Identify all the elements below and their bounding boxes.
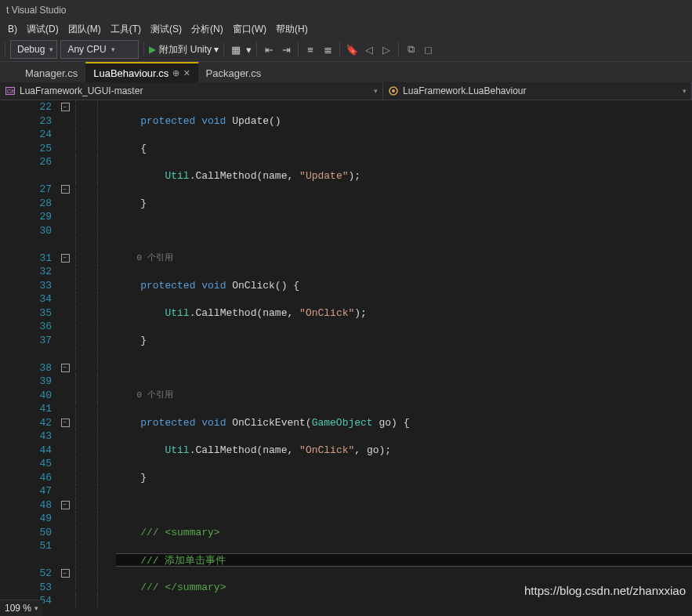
fold-toggle[interactable]: − <box>61 254 70 263</box>
tab-luabehaviour[interactable]: LuaBehaviour.cs ⊕ × <box>85 62 197 82</box>
class-icon <box>388 85 399 96</box>
tab-manager[interactable]: Manager.cs <box>17 63 85 82</box>
codelens[interactable]: 1 个引用 <box>116 608 692 611</box>
toolbar-separator <box>398 42 399 56</box>
fold-toggle[interactable]: − <box>61 419 70 427</box>
codelens[interactable]: 0 个引用 <box>116 252 692 266</box>
play-icon[interactable]: ▶ <box>149 44 156 55</box>
new-item-icon[interactable]: ▦ <box>229 42 243 56</box>
indent-right-icon[interactable]: ⇥ <box>279 42 293 56</box>
tab-packager[interactable]: Packager.cs <box>198 63 270 82</box>
toolbar-separator <box>256 42 257 56</box>
prev-bookmark-icon[interactable]: ◁ <box>362 42 376 56</box>
csproj-icon: C# <box>5 85 16 96</box>
zoom-level[interactable]: 109 % <box>5 603 31 614</box>
chevron-down-icon: ▾ <box>111 45 115 53</box>
fold-toggle[interactable]: − <box>61 569 70 578</box>
menu-build[interactable]: B) <box>3 22 22 36</box>
bookmark-icon[interactable]: 🔖 <box>345 42 359 56</box>
code-text: protected void <box>116 115 226 127</box>
svg-text:C#: C# <box>7 89 14 94</box>
close-icon[interactable]: × <box>183 67 190 78</box>
fold-column: −−−−−−− <box>58 100 72 610</box>
menu-analyze[interactable]: 分析(N) <box>187 21 228 38</box>
code-editor[interactable]: 2223242526272829303132333435363738394041… <box>0 100 692 610</box>
fold-toggle[interactable]: − <box>61 364 70 372</box>
fold-toggle[interactable]: − <box>61 103 70 111</box>
tab-dropdown[interactable] <box>0 63 17 82</box>
title-text: t Visual Studio <box>6 5 67 16</box>
platform-dropdown[interactable]: Any CPU ▾ <box>60 40 139 59</box>
tab-label: Manager.cs <box>25 67 78 79</box>
toolbar: Debug ▾ Any CPU ▾ ▶ 附加到 Unity ▾ ▦ ▾ ⇤ ⇥ … <box>0 38 692 62</box>
code-area[interactable]: protected void Update() { Util.CallMetho… <box>116 100 692 610</box>
config-dropdown[interactable]: Debug ▾ <box>10 40 57 59</box>
window-title: t Visual Studio <box>0 0 692 20</box>
uncomment-icon[interactable]: ≣ <box>321 42 335 56</box>
indent-guide-1 <box>94 100 116 610</box>
attach-label: 附加到 Unity <box>159 43 212 56</box>
tab-label: LuaBehaviour.cs <box>93 67 168 79</box>
breadcrumb-class[interactable]: LuaFramework.LuaBehaviour ▾ <box>383 82 692 100</box>
next-bookmark-icon[interactable]: ▷ <box>379 42 393 56</box>
breadcrumb-project-text: LuaFramework_UGUI-master <box>20 85 143 96</box>
toolbar-separator <box>143 42 144 56</box>
menu-debug[interactable]: 调试(D) <box>22 21 63 38</box>
toolbar-separator <box>5 42 5 56</box>
comment-icon[interactable]: ≡ <box>303 42 317 56</box>
codelens[interactable]: 0 个引用 <box>116 389 692 403</box>
menu-test[interactable]: 测试(S) <box>146 21 187 38</box>
chevron-down-icon: ▾ <box>214 44 219 55</box>
document-tabs: Manager.cs LuaBehaviour.cs ⊕ × Packager.… <box>0 62 692 82</box>
toolbar-separator <box>298 42 299 56</box>
fold-toggle[interactable]: − <box>61 185 70 194</box>
chevron-down-icon: ▾ <box>374 87 378 95</box>
line-number-margin: 2223242526272829303132333435363738394041… <box>0 100 58 610</box>
menu-bar: B) 调试(D) 团队(M) 工具(T) 测试(S) 分析(N) 窗口(W) 帮… <box>0 20 692 38</box>
toggle-icon[interactable]: ⧉ <box>404 42 418 56</box>
status-bar: 109 % ▾ <box>0 600 43 616</box>
tab-label: Packager.cs <box>206 67 262 79</box>
pin-icon[interactable]: ⊕ <box>172 68 179 78</box>
config-value: Debug <box>17 44 45 55</box>
menu-help[interactable]: 帮助(H) <box>271 21 313 38</box>
toolbar-separator <box>339 42 340 56</box>
indent-left-icon[interactable]: ⇤ <box>262 42 276 56</box>
toolbar-separator <box>223 42 224 56</box>
breadcrumb-project[interactable]: C# LuaFramework_UGUI-master ▾ <box>0 82 383 100</box>
menu-tools[interactable]: 工具(T) <box>106 21 146 38</box>
disabled-icon: ◻ <box>421 42 435 56</box>
attach-unity-button[interactable]: 附加到 Unity ▾ <box>159 43 219 56</box>
breadcrumb-class-text: LuaFramework.LuaBehaviour <box>403 85 526 96</box>
menu-team[interactable]: 团队(M) <box>63 21 106 38</box>
svg-point-4 <box>392 89 395 92</box>
chevron-down-icon: ▾ <box>34 604 38 612</box>
chevron-down-icon: ▾ <box>49 45 53 53</box>
chevron-down-icon: ▾ <box>683 87 687 95</box>
indent-guide-0 <box>72 100 94 610</box>
chevron-down-icon: ▾ <box>246 44 252 56</box>
breadcrumb-bar: C# LuaFramework_UGUI-master ▾ LuaFramewo… <box>0 82 692 100</box>
platform-value: Any CPU <box>67 44 106 55</box>
current-line: /// 添加单击事件 <box>116 553 692 567</box>
fold-toggle[interactable]: − <box>61 501 70 509</box>
menu-window[interactable]: 窗口(W) <box>228 21 271 38</box>
